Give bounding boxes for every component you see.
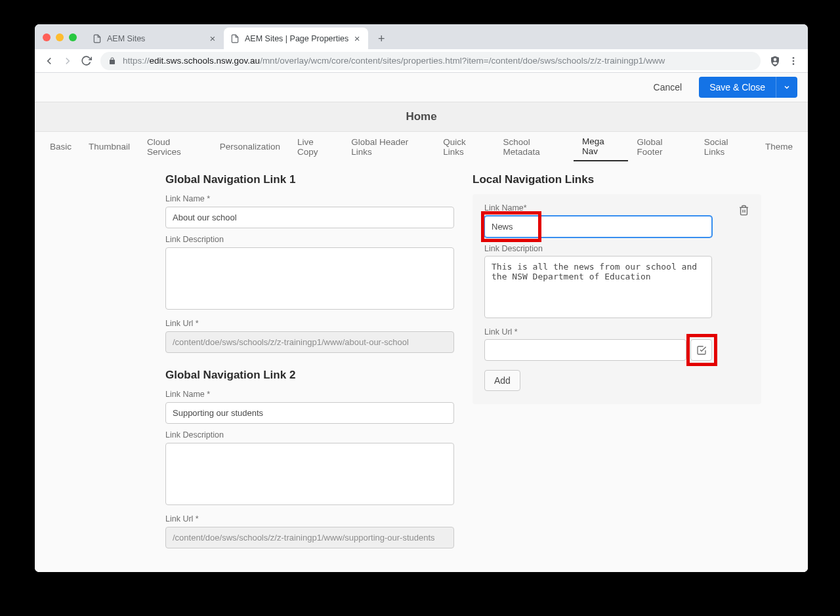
textarea-local-link-desc[interactable]: This is all the news from our school and…: [484, 256, 712, 318]
section-heading-global-1: Global Navigation Link 1: [165, 173, 454, 186]
input-link-name-1[interactable]: [165, 207, 454, 228]
input-local-link-name[interactable]: [484, 216, 712, 237]
page-icon: [230, 34, 240, 43]
lock-icon: [108, 57, 116, 65]
tab-title: AEM Sites | Page Properties: [245, 34, 348, 43]
action-bar: Cancel Save & Close: [35, 73, 808, 102]
window-close-button[interactable]: [43, 33, 51, 41]
select-path-button[interactable]: [690, 339, 712, 361]
url-bar[interactable]: https://edit.sws.schools.nsw.gov.au/mnt/…: [100, 52, 761, 70]
local-link-panel: Link Name* Link Description Th: [472, 194, 761, 404]
form-body: Global Navigation Link 1 Link Name * Lin…: [35, 161, 808, 572]
add-button[interactable]: Add: [484, 370, 520, 391]
window-controls: [43, 33, 77, 41]
label-local-link-desc: Link Description: [484, 244, 749, 253]
label-link-desc-2: Link Description: [165, 430, 454, 440]
tab-cloud-services[interactable]: Cloud Services: [138, 132, 211, 161]
tab-personalization[interactable]: Personalization: [211, 132, 289, 161]
textarea-link-desc-1[interactable]: [165, 247, 454, 310]
label-link-url-1: Link Url *: [165, 319, 454, 328]
input-link-name-2[interactable]: [165, 402, 454, 424]
url-text: https://edit.sws.schools.nsw.gov.au/mnt/…: [123, 56, 665, 66]
menu-icon[interactable]: [784, 52, 803, 70]
tab-school-metadata[interactable]: School Metadata: [494, 132, 574, 161]
tab-global-header-links[interactable]: Global Header Links: [343, 132, 434, 161]
tab-social-links[interactable]: Social Links: [696, 132, 757, 161]
label-link-name-2: Link Name *: [165, 390, 454, 399]
global-links-column: Global Navigation Link 1 Link Name * Lin…: [165, 173, 454, 548]
address-bar: https://edit.sws.schools.nsw.gov.au/mnt/…: [35, 49, 808, 73]
local-links-column: Local Navigation Links Link Name*: [472, 173, 761, 548]
tab-thumbnail[interactable]: Thumbnail: [80, 132, 138, 161]
new-tab-button[interactable]: +: [372, 30, 390, 48]
tab-basic[interactable]: Basic: [41, 132, 80, 161]
tabs-container: AEM Sites × AEM Sites | Page Properties …: [86, 24, 390, 49]
section-heading-global-2: Global Navigation Link 2: [165, 369, 454, 382]
label-local-link-url: Link Url *: [484, 327, 749, 337]
content-area: Cancel Save & Close Home Basic Thumbnail…: [35, 73, 808, 572]
svg-point-0: [793, 57, 795, 59]
save-close-button[interactable]: Save & Close: [699, 77, 776, 98]
tab-global-footer[interactable]: Global Footer: [628, 132, 695, 161]
delete-icon[interactable]: [738, 205, 749, 216]
label-link-url-2: Link Url *: [165, 514, 454, 524]
profile-icon[interactable]: [766, 52, 784, 70]
label-link-name-1: Link Name *: [165, 194, 454, 203]
tab-theme[interactable]: Theme: [757, 132, 801, 161]
section-heading-local: Local Navigation Links: [472, 173, 761, 186]
page-icon: [93, 34, 102, 43]
svg-point-2: [793, 63, 795, 65]
window-maximize-button[interactable]: [69, 33, 77, 41]
window-minimize-button[interactable]: [56, 33, 64, 41]
input-link-url-2[interactable]: [165, 527, 454, 548]
close-icon[interactable]: ×: [208, 34, 217, 43]
property-tabs: Basic Thumbnail Cloud Services Personali…: [35, 132, 808, 161]
back-button[interactable]: [40, 52, 58, 70]
svg-point-1: [793, 60, 795, 62]
close-icon[interactable]: ×: [352, 34, 362, 43]
input-local-link-url[interactable]: [484, 339, 686, 361]
input-link-url-1[interactable]: [165, 331, 454, 353]
forward-button[interactable]: [58, 52, 77, 70]
browser-tab-bar: AEM Sites × AEM Sites | Page Properties …: [35, 24, 808, 49]
cancel-button[interactable]: Cancel: [644, 77, 692, 98]
reload-button[interactable]: [77, 52, 95, 70]
tab-mega-nav[interactable]: Mega Nav: [574, 132, 628, 161]
tab-title: AEM Sites: [107, 34, 204, 43]
label-link-desc-1: Link Description: [165, 235, 454, 244]
browser-tab-page-properties[interactable]: AEM Sites | Page Properties ×: [224, 28, 368, 49]
textarea-link-desc-2[interactable]: [165, 443, 454, 505]
save-close-dropdown[interactable]: [776, 77, 797, 98]
page-title: Home: [35, 102, 808, 132]
browser-tab-aem-sites[interactable]: AEM Sites ×: [86, 28, 224, 49]
tab-live-copy[interactable]: Live Copy: [289, 132, 343, 161]
tab-quick-links[interactable]: Quick Links: [434, 132, 494, 161]
save-close-group: Save & Close: [699, 77, 797, 98]
browser-window: AEM Sites × AEM Sites | Page Properties …: [35, 24, 808, 572]
label-local-link-name: Link Name*: [484, 203, 738, 213]
